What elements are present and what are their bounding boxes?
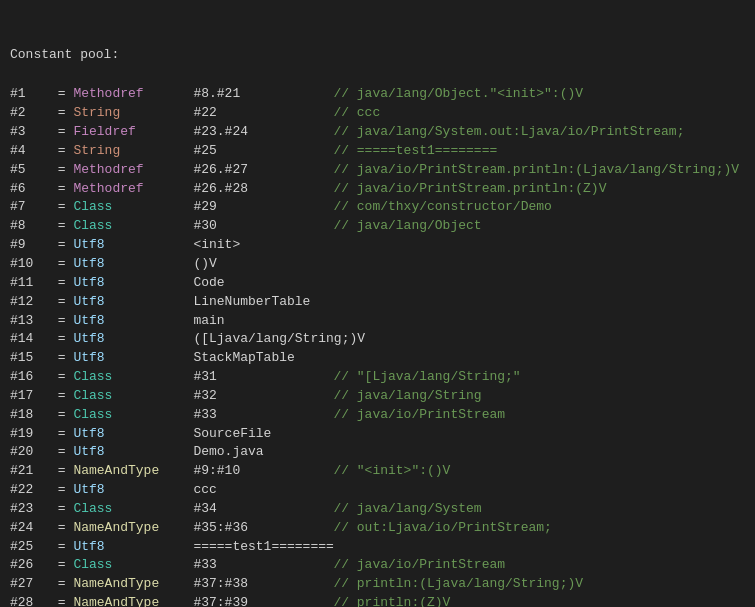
- pool-value: #26.#28: [193, 180, 333, 199]
- equals-sign: =: [50, 181, 73, 196]
- pool-value: #32: [193, 387, 333, 406]
- pool-type: NameAndType: [73, 575, 193, 594]
- equals-sign: =: [50, 275, 73, 290]
- pool-index: #28: [10, 594, 50, 607]
- pool-index: #4: [10, 142, 50, 161]
- pool-comment: // java/lang/System.out:Ljava/io/PrintSt…: [333, 124, 684, 139]
- table-row: #5 = Methodref#26.#27// java/io/PrintStr…: [10, 161, 745, 180]
- equals-sign: =: [50, 426, 73, 441]
- pool-comment: // java/lang/String: [333, 388, 481, 403]
- table-row: #24 = NameAndType#35:#36// out:Ljava/io/…: [10, 519, 745, 538]
- pool-index: #15: [10, 349, 50, 368]
- table-row: #26 = Class#33// java/io/PrintStream: [10, 556, 745, 575]
- equals-sign: =: [50, 444, 73, 459]
- table-row: #25 = Utf8=====test1========: [10, 538, 745, 557]
- table-row: #10 = Utf8()V: [10, 255, 745, 274]
- table-row: #14 = Utf8([Ljava/lang/String;)V: [10, 330, 745, 349]
- pool-type: Utf8: [73, 349, 193, 368]
- pool-index: #14: [10, 330, 50, 349]
- pool-comment: // com/thxy/constructor/Demo: [333, 199, 551, 214]
- pool-type: String: [73, 142, 193, 161]
- pool-value: #37:#38: [193, 575, 333, 594]
- equals-sign: =: [50, 143, 73, 158]
- pool-type: Utf8: [73, 538, 193, 557]
- pool-type: Utf8: [73, 293, 193, 312]
- pool-type: Methodref: [73, 161, 193, 180]
- pool-index: #24: [10, 519, 50, 538]
- pool-comment: // java/lang/System: [333, 501, 481, 516]
- pool-index: #9: [10, 236, 50, 255]
- pool-type: Class: [73, 198, 193, 217]
- pool-type: Utf8: [73, 443, 193, 462]
- pool-comment: // java/io/PrintStream.println:(Ljava/la…: [333, 162, 739, 177]
- pool-type: NameAndType: [73, 462, 193, 481]
- equals-sign: =: [50, 256, 73, 271]
- pool-type: Class: [73, 556, 193, 575]
- equals-sign: =: [50, 463, 73, 478]
- equals-sign: =: [50, 501, 73, 516]
- pool-value: #31: [193, 368, 333, 387]
- pool-type: Methodref: [73, 180, 193, 199]
- pool-value: StackMapTable: [193, 349, 333, 368]
- equals-sign: =: [50, 331, 73, 346]
- pool-index: #13: [10, 312, 50, 331]
- pool-comment: // "[Ljava/lang/String;": [333, 369, 520, 384]
- pool-type: Utf8: [73, 236, 193, 255]
- equals-sign: =: [50, 237, 73, 252]
- pool-value: #23.#24: [193, 123, 333, 142]
- pool-comment: // =====test1========: [333, 143, 497, 158]
- equals-sign: =: [50, 482, 73, 497]
- pool-index: #11: [10, 274, 50, 293]
- equals-sign: =: [50, 388, 73, 403]
- pool-index: #18: [10, 406, 50, 425]
- equals-sign: =: [50, 86, 73, 101]
- table-row: #27 = NameAndType#37:#38// println:(Ljav…: [10, 575, 745, 594]
- pool-type: Class: [73, 217, 193, 236]
- equals-sign: =: [50, 520, 73, 535]
- table-row: #17 = Class#32// java/lang/String: [10, 387, 745, 406]
- pool-type: NameAndType: [73, 594, 193, 607]
- pool-value: Demo.java: [193, 443, 333, 462]
- pool-index: #3: [10, 123, 50, 142]
- pool-comment: // java/io/PrintStream.println:(Z)V: [333, 181, 606, 196]
- pool-value: #37:#39: [193, 594, 333, 607]
- table-row: #15 = Utf8StackMapTable: [10, 349, 745, 368]
- pool-value: =====test1========: [193, 538, 333, 557]
- pool-value: #35:#36: [193, 519, 333, 538]
- pool-type: Class: [73, 406, 193, 425]
- pool-index: #6: [10, 180, 50, 199]
- pool-type: NameAndType: [73, 519, 193, 538]
- table-row: #28 = NameAndType#37:#39// println:(Z)V: [10, 594, 745, 607]
- pool-value: #22: [193, 104, 333, 123]
- pool-comment: // "<init>":()V: [333, 463, 450, 478]
- pool-value: ()V: [193, 255, 333, 274]
- pool-value: #33: [193, 556, 333, 575]
- table-row: #11 = Utf8Code: [10, 274, 745, 293]
- table-row: #3 = Fieldref#23.#24// java/lang/System.…: [10, 123, 745, 142]
- pool-index: #5: [10, 161, 50, 180]
- pool-index: #25: [10, 538, 50, 557]
- table-row: #19 = Utf8SourceFile: [10, 425, 745, 444]
- pool-index: #8: [10, 217, 50, 236]
- equals-sign: =: [50, 218, 73, 233]
- table-row: #23 = Class#34// java/lang/System: [10, 500, 745, 519]
- pool-value: #8.#21: [193, 85, 333, 104]
- pool-index: #26: [10, 556, 50, 575]
- pool-type: Fieldref: [73, 123, 193, 142]
- table-row: #12 = Utf8LineNumberTable: [10, 293, 745, 312]
- table-row: #2 = String#22// ccc: [10, 104, 745, 123]
- pool-index: #7: [10, 198, 50, 217]
- equals-sign: =: [50, 557, 73, 572]
- table-row: #21 = NameAndType#9:#10// "<init>":()V: [10, 462, 745, 481]
- pool-comment: // println:(Ljava/lang/String;)V: [333, 576, 583, 591]
- pool-index: #27: [10, 575, 50, 594]
- pool-type: Utf8: [73, 330, 193, 349]
- pool-type: Class: [73, 500, 193, 519]
- pool-value: #29: [193, 198, 333, 217]
- equals-sign: =: [50, 576, 73, 591]
- pool-type: Class: [73, 368, 193, 387]
- table-row: #7 = Class#29// com/thxy/constructor/Dem…: [10, 198, 745, 217]
- pool-value: ccc: [193, 481, 333, 500]
- equals-sign: =: [50, 595, 73, 607]
- pool-value: #34: [193, 500, 333, 519]
